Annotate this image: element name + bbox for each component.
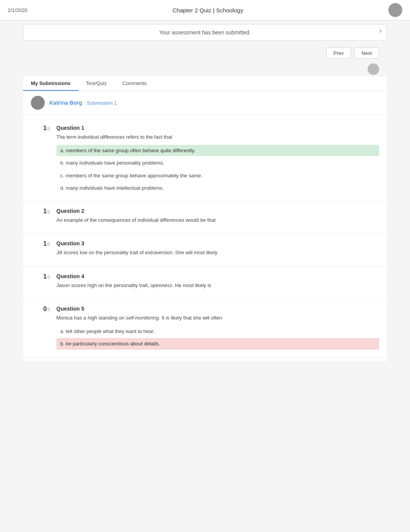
question-title-q4: Question 4 (56, 273, 379, 279)
list-item: d. many individuals have intellectual pr… (56, 182, 379, 194)
score-area-q1: 1/1 (31, 125, 50, 195)
user-avatar-small (368, 63, 379, 75)
tab-test-quiz[interactable]: Test/Quiz (78, 76, 115, 91)
list-item: c. members of the same group behave appr… (56, 170, 379, 182)
close-icon[interactable]: x (380, 28, 382, 34)
score-area-q5: 0/1 (31, 306, 50, 351)
question-text-q4: Jason scores high on the personality tra… (56, 282, 379, 289)
score-num-q5: 0 (43, 306, 47, 312)
nav-buttons: Prev Next (23, 44, 387, 62)
tab-comments[interactable]: Comments (115, 76, 154, 91)
score-denom-q5: /1 (47, 307, 50, 312)
tab-my-submissions[interactable]: My Submissions (23, 76, 78, 91)
table-row: 1/1 Question 2 An example of the consequ… (23, 202, 387, 235)
questions-area: 1/1 Question 1 The term individual diffe… (23, 115, 387, 361)
list-item: b. be particularly conscientious about d… (56, 338, 379, 350)
question-content-q1: Question 1 The term individual differenc… (56, 125, 379, 195)
notification-message: Your assessment has been submitted. (159, 29, 251, 36)
submission-header: Katrina Borg Submission 1 (23, 91, 387, 115)
question-text-q5: Monica has a high standing on self-monit… (56, 314, 379, 322)
user-avatar (31, 96, 45, 110)
score-denom-q4: /1 (47, 275, 50, 279)
list-item: a. tell other people what they want to h… (56, 326, 379, 337)
page-title: Chapter 2 Quiz | Schoology (173, 7, 243, 14)
score-num-q1: 1 (43, 125, 47, 131)
list-item: b. many individuals have personality pro… (56, 157, 379, 169)
score-area-q4: 1/1 (31, 273, 50, 293)
user-name[interactable]: Katrina Borg (49, 100, 82, 106)
question-content-q5: Question 5 Monica has a high standing on… (56, 306, 379, 351)
prev-button[interactable]: Prev (326, 48, 351, 59)
next-button[interactable]: Next (354, 48, 379, 59)
avatar-bottom-area (23, 62, 387, 76)
question-text-q1: The term individual differences refers t… (56, 133, 379, 141)
question-title-q2: Question 2 (56, 208, 379, 214)
score-num-q3: 1 (43, 240, 47, 247)
score-denom-q2: /1 (47, 209, 50, 214)
score-area-q3: 1/1 (31, 240, 50, 260)
question-title-q3: Question 3 (56, 240, 379, 246)
submission-label: Submission 1 (87, 100, 117, 106)
top-bar: 2/1/2020 Chapter 2 Quiz | Schoology (0, 0, 410, 20)
table-row: 1/1 Question 3 Jill scores low on the pe… (23, 234, 387, 267)
score-num-q4: 1 (43, 273, 47, 280)
table-row: 1/1 Question 4 Jason scores high on the … (23, 267, 387, 300)
score-num-q2: 1 (43, 208, 47, 214)
question-text-q3: Jill scores low on the personality trait… (56, 249, 379, 257)
page-date: 2/1/2020 (8, 7, 27, 13)
question-content-q4: Question 4 Jason scores high on the pers… (56, 273, 379, 293)
question-text-q2: An example of the consequences of indivi… (56, 216, 379, 224)
list-item: a. members of the same group often behav… (56, 145, 379, 156)
score-denom-q3: /1 (47, 242, 50, 246)
score-denom-q1: /1 (47, 126, 50, 131)
score-area-q2: 1/1 (31, 208, 50, 228)
tabs-container: My Submissions Test/Quiz Comments (23, 76, 387, 91)
avatar (388, 3, 402, 17)
table-row: 1/1 Question 1 The term individual diffe… (23, 119, 387, 202)
question-title-q1: Question 1 (56, 125, 379, 131)
question-content-q3: Question 3 Jill scores low on the person… (56, 240, 379, 260)
table-row: 0/1 Question 5 Monica has a high standin… (23, 299, 387, 357)
question-content-q2: Question 2 An example of the consequence… (56, 208, 379, 228)
question-title-q5: Question 5 (56, 306, 379, 312)
notification-bar: Your assessment has been submitted. x (23, 24, 387, 41)
